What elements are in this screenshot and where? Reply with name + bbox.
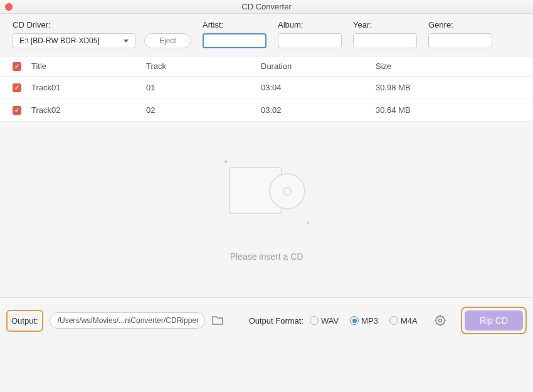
header-duration: Duration [261,61,376,71]
table-row[interactable]: Track01 01 03:04 30.98 MB [0,77,533,99]
row-title: Track02 [31,105,146,115]
row-track: 01 [146,83,261,92]
settings-icon[interactable] [434,314,446,327]
bottom-bar: Output: /Users/ws/Movies/...niConverter/… [0,297,533,343]
empty-state: ✦ ✦ Please insert a CD [0,122,533,297]
table-row[interactable]: Track02 02 03:02 30.64 MB [0,99,533,122]
year-label: Year: [353,20,417,29]
row-track: 02 [146,105,261,115]
cd-illustration: ✦ ✦ [223,157,310,220]
header-title: Title [31,61,146,71]
cd-driver-select[interactable]: E:\ [BD-RW BDR-XD05] [13,33,135,48]
row-checkbox[interactable] [13,83,21,92]
cd-driver-label: CD Driver: [13,20,191,29]
row-duration: 03:02 [261,105,376,115]
genre-label: Genre: [428,20,492,29]
window-title: CD Converter [241,2,291,11]
row-size: 30.98 MB [376,83,520,92]
format-mp3-radio[interactable]: MP3 [350,316,378,326]
row-checkbox[interactable] [13,106,21,115]
format-m4a-radio[interactable]: M4A [389,316,418,326]
artist-input[interactable] [203,33,266,48]
eject-button[interactable]: Eject [144,33,191,48]
sparkle-icon: ✦ [305,220,310,226]
rip-button-highlight: Rip CD [461,307,527,334]
sparkle-icon: ✦ [223,157,229,166]
table-header: Title Track Duration Size [0,56,533,77]
format-wav-radio[interactable]: WAV [310,316,339,326]
chevron-down-icon [124,40,129,43]
header-size: Size [376,61,520,71]
svg-point-1 [438,319,441,322]
year-input[interactable] [353,33,417,48]
close-window-button[interactable] [5,3,13,11]
format-radio-group: WAV MP3 M4A [310,316,418,326]
titlebar: CD Converter [0,0,533,14]
rip-cd-button[interactable]: Rip CD [465,310,523,331]
album-input[interactable] [278,33,342,48]
row-title: Track01 [31,83,146,92]
output-format-label: Output Format: [249,316,303,326]
select-all-checkbox[interactable] [13,62,21,71]
genre-input[interactable] [428,33,492,48]
row-size: 30.64 MB [376,105,520,115]
cd-driver-value: E:\ [BD-RW BDR-XD05] [19,36,100,45]
header-track: Track [146,61,261,71]
artist-label: Artist: [203,20,266,29]
output-label: Output: [6,310,43,332]
metadata-form: CD Driver: E:\ [BD-RW BDR-XD05] Eject Ar… [0,14,533,56]
row-duration: 03:04 [261,83,376,92]
album-label: Album: [278,20,342,29]
empty-message: Please insert a CD [230,252,303,262]
output-path-display[interactable]: /Users/ws/Movies/...niConverter/CDRipper [50,312,205,329]
folder-icon[interactable] [211,315,224,326]
